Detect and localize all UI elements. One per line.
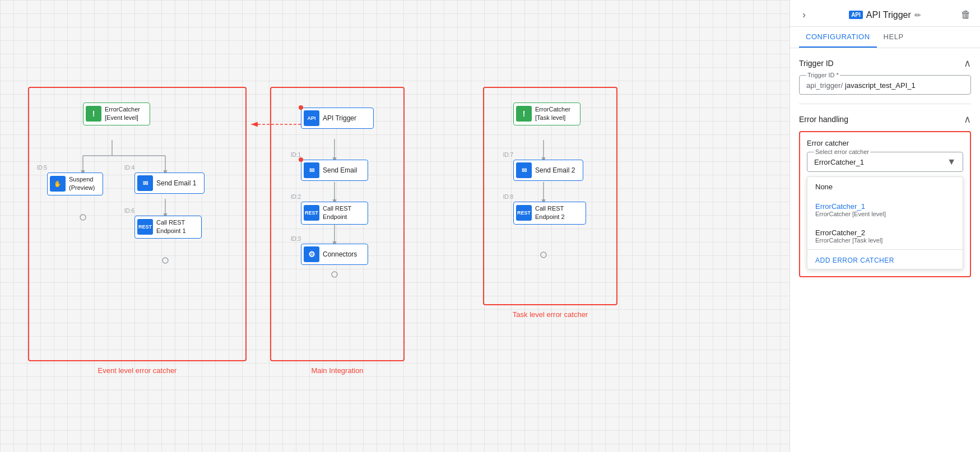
task-catcher-label: Task level error catcher (513, 310, 588, 319)
dropdown-ec2-sublabel: ErrorCatcher [Task level] (815, 237, 955, 244)
select-value: ErrorCatcher_1 ▼ (814, 157, 956, 167)
error-handling-header: Error handling ∧ (799, 113, 971, 125)
dropdown-arrow-icon: ▼ (947, 157, 956, 167)
canvas: Event level error catcher ! ErrorCatcher… (0, 0, 789, 452)
error-catcher-label: Error catcher (807, 139, 963, 147)
error-catcher-panel: Error catcher Select error catcher Error… (799, 131, 971, 277)
dropdown-none-label: None (815, 183, 833, 191)
select-label: Select error catcher (814, 148, 870, 155)
trigger-id-text: javascript_test_API_1 (845, 81, 916, 90)
error-catcher-select[interactable]: Select error catcher ErrorCatcher_1 ▼ (807, 152, 963, 172)
edit-icon[interactable]: ✏ (914, 11, 921, 20)
right-panel: › API API Trigger ✏ 🗑 CONFIGURATION HELP… (789, 0, 980, 452)
trigger-id-field: Trigger ID * api_trigger/ javascript_tes… (799, 75, 971, 95)
panel-tabs: CONFIGURATION HELP (790, 27, 980, 48)
send-email-dot (299, 157, 303, 162)
trigger-id-header: Trigger ID ∧ (799, 57, 971, 69)
event-catcher-label: Event level error catcher (98, 366, 177, 375)
dropdown-menu: None ErrorCatcher_1 ErrorCatcher [Event … (807, 176, 963, 269)
trigger-id-value: api_trigger/ javascript_test_API_1 (806, 81, 964, 90)
api-badge: API (849, 11, 863, 19)
trigger-id-toggle[interactable]: ∧ (964, 57, 971, 69)
dropdown-ec2-label: ErrorCatcher_2 (815, 229, 955, 237)
trigger-id-prefix: api_trigger/ (806, 81, 843, 90)
dropdown-option-errorcatcher1[interactable]: ErrorCatcher_1 ErrorCatcher [Event level… (807, 197, 963, 223)
dropdown-option-errorcatcher2[interactable]: ErrorCatcher_2 ErrorCatcher [Task level] (807, 223, 963, 249)
api-trigger-dot (299, 105, 303, 110)
dropdown-option-none[interactable]: None (807, 177, 963, 197)
trigger-id-label: Trigger ID * (806, 72, 840, 78)
panel-title-text: API Trigger (866, 10, 911, 20)
collapse-panel-button[interactable]: › (799, 8, 809, 22)
tab-help[interactable]: HELP (877, 27, 911, 48)
main-integration-label: Main Integration (311, 366, 363, 375)
tab-configuration[interactable]: CONFIGURATION (799, 27, 877, 48)
trigger-id-section: Trigger ID ∧ Trigger ID * api_trigger/ j… (799, 57, 971, 104)
error-handling-title: Error handling (799, 115, 848, 124)
add-error-catcher-button[interactable]: ADD ERROR CATCHER (807, 252, 902, 269)
panel-title: API API Trigger ✏ (849, 10, 921, 20)
dropdown-ec1-label: ErrorCatcher_1 (815, 202, 955, 211)
error-handling-toggle[interactable]: ∧ (964, 113, 971, 125)
panel-content: Trigger ID ∧ Trigger ID * api_trigger/ j… (790, 48, 980, 286)
panel-header: › API API Trigger ✏ 🗑 (790, 0, 980, 27)
selected-option-text: ErrorCatcher_1 (814, 158, 864, 166)
delete-button[interactable]: 🗑 (961, 9, 971, 21)
dropdown-ec1-sublabel: ErrorCatcher [Event level] (815, 211, 955, 217)
trigger-id-title: Trigger ID (799, 59, 834, 68)
error-handling-section: Error handling ∧ Error catcher Select er… (799, 113, 971, 277)
